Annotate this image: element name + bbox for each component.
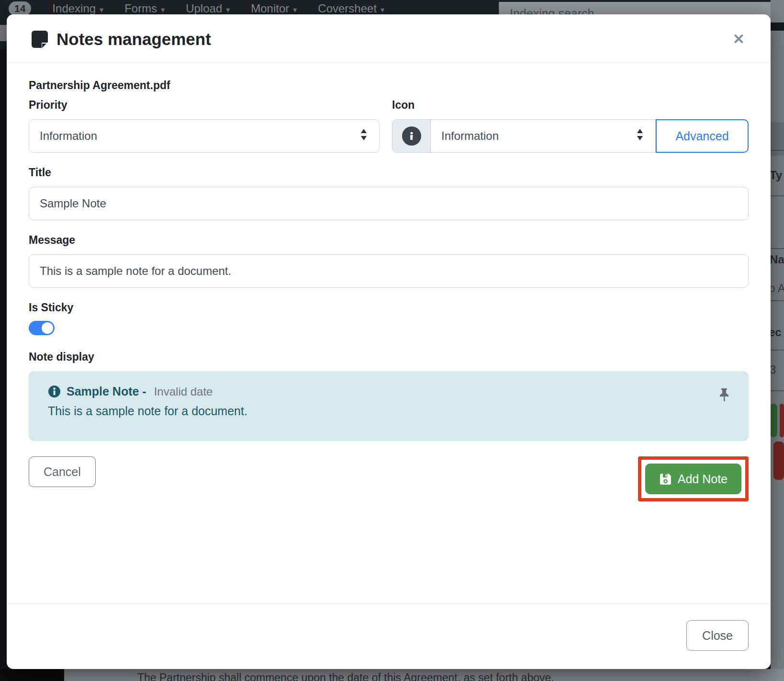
is-sticky-label: Is Sticky bbox=[29, 301, 749, 314]
nav-item-monitor[interactable]: Monitor▾ bbox=[251, 2, 297, 15]
document-text-fragment: The Partnership shall commence upon the … bbox=[137, 671, 554, 681]
modal-footer: Close bbox=[7, 603, 771, 669]
info-icon bbox=[402, 126, 421, 146]
icon-field: Icon Information bbox=[392, 99, 749, 153]
is-sticky-toggle[interactable] bbox=[29, 321, 55, 335]
is-sticky-field: Is Sticky bbox=[29, 301, 749, 335]
select-arrows-icon bbox=[359, 128, 369, 144]
priority-field: Priority Information bbox=[29, 99, 380, 153]
title-input[interactable] bbox=[29, 187, 749, 220]
pushpin-icon bbox=[718, 387, 730, 406]
notes-management-modal: Notes management ✕ Partnership Agreement… bbox=[7, 14, 771, 669]
info-icon bbox=[48, 385, 61, 398]
background-band bbox=[771, 23, 784, 31]
note-preview-date: Invalid date bbox=[154, 385, 213, 398]
chevron-down-icon: ▾ bbox=[381, 6, 384, 14]
chevron-down-icon: ▾ bbox=[161, 6, 165, 14]
modal-title-text: Notes management bbox=[56, 30, 211, 49]
chevron-down-icon: ▾ bbox=[293, 6, 297, 14]
message-label: Message bbox=[29, 234, 749, 247]
save-icon bbox=[659, 473, 672, 486]
cancel-button[interactable]: Cancel bbox=[29, 456, 96, 487]
note-display-section: Note display Sample Note - Invalid date … bbox=[29, 351, 749, 441]
add-note-label: Add Note bbox=[678, 472, 728, 486]
chevron-down-icon: ▾ bbox=[226, 6, 230, 14]
table-header-fragment: Na bbox=[770, 253, 784, 266]
note-sticky-icon bbox=[29, 29, 50, 50]
nav-item-upload[interactable]: Upload▾ bbox=[186, 2, 230, 15]
title-label: Title bbox=[29, 166, 749, 179]
table-cell-fragment: 3 bbox=[770, 363, 776, 376]
background-green-button-fragment bbox=[770, 404, 777, 437]
note-preview: Sample Note - Invalid date This is a sam… bbox=[29, 371, 749, 441]
table-cell-fragment: o A bbox=[769, 282, 784, 295]
nav-count-badge: 14 bbox=[9, 1, 31, 16]
message-field: Message bbox=[29, 234, 749, 288]
nav-item-indexing[interactable]: Indexing▾ bbox=[52, 2, 103, 15]
nav-item-coversheet[interactable]: Coversheet▾ bbox=[318, 2, 384, 15]
title-field: Title bbox=[29, 166, 749, 220]
message-input[interactable] bbox=[29, 254, 749, 288]
document-name: Partnership Agreement.pdf bbox=[29, 79, 749, 92]
note-preview-title: Sample Note - bbox=[67, 385, 146, 398]
advanced-button[interactable]: Advanced bbox=[656, 119, 749, 153]
modal-header: Notes management ✕ bbox=[7, 14, 771, 63]
close-button[interactable]: Close bbox=[686, 620, 749, 651]
close-icon[interactable]: ✕ bbox=[728, 29, 750, 49]
background-red-button-fragment bbox=[773, 442, 784, 480]
modal-body: Partnership Agreement.pdf Priority Infor… bbox=[7, 63, 771, 603]
annotation-highlight-box: Add Note bbox=[638, 456, 749, 501]
icon-preview-addon bbox=[392, 119, 430, 153]
modal-title: Notes management bbox=[29, 29, 211, 50]
priority-label: Priority bbox=[29, 99, 380, 112]
add-note-button[interactable]: Add Note bbox=[645, 464, 741, 494]
screen: 14 Indexing▾ Forms▾ Upload▾ Monitor▾ Cov… bbox=[0, 0, 784, 681]
table-header-fragment: ec bbox=[769, 326, 782, 339]
priority-select[interactable]: Information bbox=[29, 119, 380, 153]
background-red-button-fragment bbox=[780, 404, 784, 437]
note-preview-message: This is a sample note for a document. bbox=[48, 404, 729, 418]
select-arrows-icon bbox=[635, 128, 645, 144]
nav-item-forms[interactable]: Forms▾ bbox=[124, 2, 165, 15]
chevron-down-icon: ▾ bbox=[100, 6, 103, 14]
background-table-strip bbox=[771, 0, 784, 681]
table-header-fragment: Ty bbox=[770, 169, 782, 182]
icon-select[interactable]: Information bbox=[430, 119, 656, 153]
icon-label: Icon bbox=[392, 99, 749, 112]
background-document: The Partnership shall commence upon the … bbox=[0, 669, 784, 681]
note-display-label: Note display bbox=[29, 351, 749, 363]
